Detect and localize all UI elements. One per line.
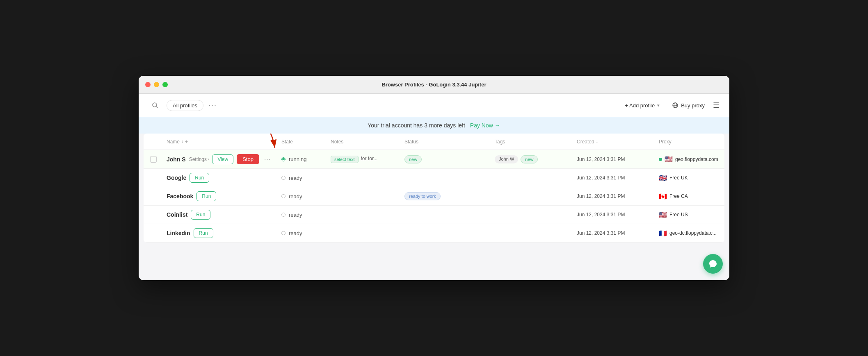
run-button[interactable]: Run (190, 173, 209, 183)
proxy-header-label: Proxy (659, 139, 672, 145)
svg-line-1 (156, 107, 158, 108)
state-running-dot (281, 157, 286, 161)
table-row: Google Run ready Jun 12, 2024 3:31 PM 🇬🇧… (144, 169, 724, 187)
state-cell: ready (281, 175, 331, 181)
profile-name: John S (167, 156, 186, 163)
created-sort-icon: ↕ (596, 139, 598, 144)
profile-name: Google (167, 175, 186, 181)
created-header-label: Created (577, 139, 594, 145)
status-header-label: Status (404, 139, 418, 145)
state-cell: running (281, 156, 331, 162)
pay-now-button[interactable]: Pay Now → (470, 122, 500, 129)
row-more-button[interactable]: ··· (263, 155, 272, 164)
state-ready-dot (281, 231, 286, 235)
note-text: for for... (361, 156, 378, 163)
name-sort-icon: ↕ (181, 139, 183, 144)
created-cell: Jun 12, 2024 3:31 PM (577, 230, 659, 236)
state-ready-dot (281, 176, 286, 180)
proxy-status-dot (659, 158, 662, 161)
state-col-header: State (281, 139, 331, 145)
notes-cell: select text for for... (331, 156, 404, 163)
created-cell: Jun 12, 2024 3:31 PM (577, 212, 659, 218)
state-cell: ready (281, 212, 331, 218)
state-header-label: State (281, 139, 293, 145)
add-profile-button[interactable]: + Add profile ▾ (621, 100, 664, 111)
state-label: ready (289, 175, 302, 181)
trial-banner: Your trial account has 3 more days left … (139, 117, 729, 134)
window-title: Browser Profiles - GoLogin 3.3.44 Jupite… (381, 82, 486, 88)
run-button[interactable]: Run (191, 210, 210, 220)
profile-name: Linkedin (167, 230, 190, 236)
all-profiles-button[interactable]: All profiles (167, 100, 203, 111)
proxy-cell: 🇬🇧 Free UK (659, 174, 724, 182)
tag-badge: John W (495, 155, 518, 163)
view-button[interactable]: View (212, 154, 233, 164)
status-col-header: Status (404, 139, 495, 145)
chevron-down-icon: ▾ (657, 103, 660, 108)
tag-new-badge: new (521, 155, 538, 163)
created-cell: Jun 12, 2024 3:31 PM (577, 156, 659, 162)
buy-proxy-label: Buy proxy (681, 102, 705, 109)
search-button[interactable] (148, 99, 162, 112)
globe-icon (672, 102, 678, 109)
proxy-name: geo.floppydata.com (675, 156, 718, 162)
buy-proxy-button[interactable]: Buy proxy (672, 102, 705, 109)
settings-link[interactable]: Settings › (189, 156, 209, 162)
notes-col-header: Notes (331, 139, 404, 145)
table-row: Facebook Run ready ready to work Jun 12,… (144, 187, 724, 206)
name-header-label: Name (167, 139, 180, 145)
profile-name: Coinlist (167, 211, 187, 218)
more-options-button[interactable]: ··· (208, 101, 217, 110)
state-cell: ready (281, 193, 331, 200)
proxy-flag-icon: 🇨🇦 (659, 193, 667, 200)
profile-name-col: John S Settings › View Stop ··· (167, 154, 281, 164)
proxy-name: Free US (669, 212, 688, 218)
run-button[interactable]: Run (196, 191, 216, 201)
proxy-cell: 🇺🇸 Free US (659, 211, 724, 219)
proxy-flag-icon: 🇺🇸 (665, 155, 673, 163)
created-col-header[interactable]: Created ↕ (577, 139, 659, 145)
status-cell: new (404, 155, 495, 163)
add-profile-label: + Add profile (625, 102, 655, 109)
name-col-header[interactable]: Name ↕ + (167, 139, 281, 145)
toolbar-left: All profiles ··· (148, 99, 217, 112)
proxy-name: Free UK (669, 175, 688, 181)
chat-button[interactable] (703, 254, 723, 274)
profile-name-col: Coinlist Run (167, 210, 281, 220)
proxy-cell: 🇨🇦 Free CA (659, 193, 724, 200)
profile-name-col: Google Run (167, 173, 281, 183)
proxy-name: geo-dc.floppydata.c... (669, 230, 717, 236)
table-row: Coinlist Run ready Jun 12, 2024 3:31 PM … (144, 206, 724, 224)
status-badge: ready to work (404, 192, 441, 200)
toolbar: All profiles ··· + Add profile ▾ Buy pro… (139, 94, 729, 117)
proxy-cell: 🇺🇸 geo.floppydata.com (659, 155, 724, 163)
search-icon (152, 102, 158, 109)
created-cell: Jun 12, 2024 3:31 PM (577, 175, 659, 181)
status-cell: ready to work (404, 192, 495, 200)
state-ready-dot (281, 213, 286, 217)
state-label: ready (289, 230, 302, 236)
proxy-flag-icon: 🇬🇧 (659, 174, 667, 182)
stop-button[interactable]: Stop (237, 154, 259, 164)
trial-message: Your trial account has 3 more days left (368, 122, 465, 129)
tags-col-header: Tags (495, 139, 577, 145)
table-header: Name ↕ + State Notes Status Tags Created… (144, 134, 724, 150)
profile-name-col: Linkedin Run (167, 228, 281, 238)
close-button[interactable] (145, 82, 151, 87)
add-column-icon[interactable]: + (185, 139, 188, 145)
tags-header-label: Tags (495, 139, 505, 145)
state-label: ready (289, 212, 302, 218)
run-button[interactable]: Run (194, 228, 213, 238)
state-ready-dot (281, 194, 286, 198)
profiles-table: Name ↕ + State Notes Status Tags Created… (144, 134, 724, 243)
table-row: Linkedin Run ready Jun 12, 2024 3:31 PM … (144, 224, 724, 243)
maximize-button[interactable] (162, 82, 168, 87)
note-tag: select text (331, 156, 359, 163)
proxy-col-header: Proxy (659, 139, 724, 145)
hamburger-menu-icon[interactable]: ☰ (713, 101, 720, 110)
traffic-lights (145, 82, 168, 87)
notes-header-label: Notes (331, 139, 343, 145)
row-checkbox[interactable] (150, 156, 157, 163)
minimize-button[interactable] (154, 82, 159, 87)
app-window: Browser Profiles - GoLogin 3.3.44 Jupite… (139, 76, 729, 280)
